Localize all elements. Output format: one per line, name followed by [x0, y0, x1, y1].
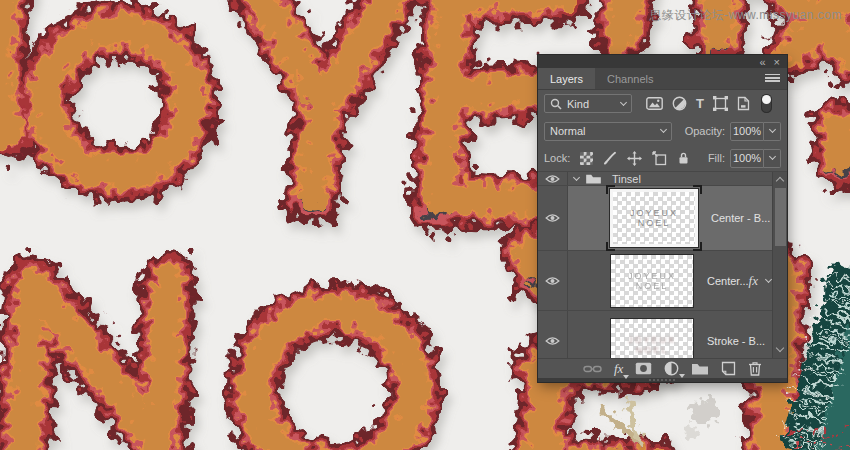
link-layers-icon[interactable]: [583, 364, 602, 374]
lock-all-icon[interactable]: [677, 151, 690, 165]
search-icon: [550, 98, 562, 110]
layer-list: Tinsel JOYEUX NOEL Center - B...: [538, 172, 787, 358]
group-row-tinsel[interactable]: Tinsel: [538, 172, 787, 186]
type-layer-filter-icon[interactable]: T: [696, 97, 704, 110]
visibility-eye-icon[interactable]: [538, 311, 568, 358]
fill-label: Fill:: [708, 152, 725, 164]
new-group-icon[interactable]: [691, 362, 709, 375]
tab-layers[interactable]: Layers: [538, 68, 595, 89]
lock-row: Lock: Fill: 100%: [538, 145, 787, 172]
half-circle-icon: [664, 361, 679, 376]
opacity-label: Opacity:: [685, 125, 725, 137]
filter-kind-value: Kind: [567, 98, 616, 110]
layer-thumbnail[interactable]: JOYEUX NOEL: [610, 318, 694, 359]
chevron-down-icon: [660, 126, 667, 133]
visibility-eye-icon[interactable]: [538, 186, 568, 250]
lock-position-move-icon[interactable]: [627, 151, 642, 166]
blend-mode-value: Normal: [550, 125, 656, 137]
group-expand-icon[interactable]: [573, 173, 580, 180]
layers-panel: « × Layers Channels Kind: [538, 55, 787, 382]
layer-thumbnail[interactable]: JOYEUX NOEL: [610, 254, 694, 308]
scroll-down-icon[interactable]: [776, 344, 784, 352]
opacity-input[interactable]: 100%: [730, 122, 764, 141]
adjustment-layer-filter-icon[interactable]: [672, 96, 687, 111]
delete-layer-icon[interactable]: [748, 361, 762, 376]
layer-row-center-b[interactable]: JOYEUX NOEL Center - B...: [538, 186, 787, 251]
panel-resize-grip[interactable]: [538, 378, 787, 382]
layer-mask-icon[interactable]: [635, 362, 652, 375]
layer-fx-badge: fx: [749, 273, 758, 289]
layer-name[interactable]: Center...: [707, 275, 749, 287]
new-layer-icon[interactable]: [721, 361, 736, 376]
close-panel-icon[interactable]: ×: [774, 57, 780, 67]
lock-transparency-icon[interactable]: [580, 152, 593, 165]
fx-collapse-icon[interactable]: [765, 275, 772, 282]
watermark: 思缘设计论坛-www.missyuan.com: [649, 7, 842, 24]
group-folder-icon: [585, 173, 602, 184]
blend-row: Normal Opacity: 100%: [538, 117, 787, 145]
blend-mode-select[interactable]: Normal: [544, 122, 672, 141]
chevron-down-icon: [620, 98, 627, 105]
scroll-up-icon[interactable]: [776, 177, 784, 185]
layer-style-icon[interactable]: fx: [614, 361, 623, 377]
layer-list-scrollbar[interactable]: [772, 172, 787, 358]
filter-row: Kind T: [538, 90, 787, 117]
layer-row-center-fx[interactable]: JOYEUX NOEL Center... fx: [538, 251, 787, 311]
visibility-eye-icon[interactable]: [538, 172, 568, 185]
panel-tab-bar: Layers Channels: [538, 68, 787, 90]
new-adjustment-layer-icon[interactable]: [664, 361, 679, 376]
filter-toggle[interactable]: [761, 94, 772, 113]
tab-channels[interactable]: Channels: [595, 68, 665, 89]
lock-artboard-icon[interactable]: [652, 151, 667, 166]
scrollbar-thumb[interactable]: [775, 188, 786, 246]
fill-input[interactable]: 100%: [730, 149, 764, 168]
fill-dropdown[interactable]: [764, 149, 781, 168]
shape-layer-filter-icon[interactable]: [713, 96, 728, 111]
opacity-dropdown[interactable]: [764, 122, 781, 141]
visibility-eye-icon[interactable]: [538, 251, 568, 310]
lock-pixels-brush-icon[interactable]: [603, 151, 617, 165]
filter-kind-select[interactable]: Kind: [544, 94, 632, 113]
group-name[interactable]: Tinsel: [612, 173, 641, 185]
collapse-panel-icon[interactable]: «: [759, 57, 765, 67]
lock-label: Lock:: [544, 152, 570, 164]
panel-toolbar: fx: [538, 358, 787, 378]
smart-object-filter-icon[interactable]: [737, 96, 750, 111]
layer-row-stroke-b[interactable]: JOYEUX NOEL Stroke - B...: [538, 311, 787, 358]
panel-titlebar: « ×: [538, 55, 787, 68]
layer-name[interactable]: Stroke - B...: [707, 335, 765, 347]
layer-thumbnail[interactable]: JOYEUX NOEL: [610, 189, 698, 247]
pixel-layer-filter-icon[interactable]: [646, 97, 663, 110]
layer-name[interactable]: Center - B...: [711, 212, 770, 224]
panel-menu-icon[interactable]: [765, 74, 780, 84]
